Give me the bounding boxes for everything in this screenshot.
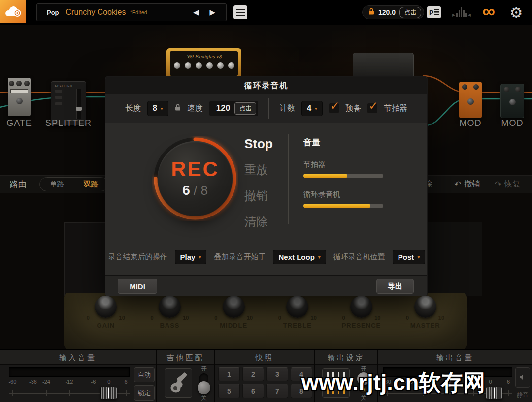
preset-genre-badge: Pop: [47, 9, 59, 16]
guitar-match-toggle[interactable]: 开 关: [197, 366, 211, 401]
footswitch[interactable]: [509, 99, 516, 105]
knob-max: 10: [119, 315, 125, 321]
snapshot-button-5[interactable]: 5: [218, 384, 240, 398]
length-label: 长度: [125, 103, 141, 114]
snapshot-button-2[interactable]: 2: [242, 367, 264, 381]
pedal-mod-2[interactable]: [500, 84, 524, 118]
midi-button[interactable]: MIDI: [118, 279, 157, 294]
volume-slider[interactable]: [303, 174, 383, 178]
board-undo-button[interactable]: ↶撤销: [454, 175, 480, 193]
chevron-down-icon: ▾: [318, 254, 321, 260]
knob-label: BASS: [144, 322, 195, 329]
amp-knob-bass[interactable]: 010BASS: [144, 296, 195, 329]
footswitch[interactable]: [16, 98, 23, 104]
amp-knob-master[interactable]: 010MASTER: [399, 296, 451, 329]
tuner-icon[interactable]: ▶◀: [452, 0, 471, 25]
knob-label: TREBLE: [272, 322, 323, 329]
looper-icon[interactable]: ∞: [477, 0, 500, 25]
preset-bar[interactable]: Pop Crunchy Cookies *Edited ◀ ▶: [36, 3, 227, 21]
looper-transport-item[interactable]: 撤销: [244, 188, 273, 204]
scale-tick-label: -6: [91, 379, 96, 385]
looper-setting-select[interactable]: Next Loop▾: [273, 250, 326, 264]
previous-preset-button[interactable]: ◀: [193, 8, 199, 17]
amp-knob-presence[interactable]: 010PRESENCE: [335, 296, 387, 329]
looper-setting-select[interactable]: Post▾: [393, 250, 426, 264]
looper-transport-item[interactable]: 重放: [244, 162, 273, 178]
count-select[interactable]: 4▾: [301, 101, 323, 116]
guitar-match-button[interactable]: [165, 368, 192, 398]
tempo-display[interactable]: 120.0 点击: [362, 5, 424, 19]
chevron-down-icon: ▾: [417, 254, 420, 260]
looper-setting-label: 叠加录音开始于: [214, 252, 266, 262]
settings-gear-icon[interactable]: ⚙: [505, 0, 527, 25]
amp-knob-middle[interactable]: 010MIDDLE: [208, 296, 259, 329]
knob-min: 0: [150, 315, 153, 321]
amp-head-name: '69 Plexiglas v8: [170, 51, 238, 59]
tick-mark: [69, 390, 70, 396]
amp-head[interactable]: '69 Plexiglas v8: [166, 48, 241, 77]
tempo-field[interactable]: 120 点击: [209, 101, 258, 116]
redo-icon: ↷: [495, 179, 501, 189]
amp-head-knobs: [170, 62, 238, 69]
preset-panel-icon[interactable]: P: [425, 0, 443, 25]
chevron-down-icon: ▾: [199, 254, 201, 260]
cabinet[interactable]: [353, 53, 414, 77]
output-volume-fader[interactable]: [486, 387, 502, 399]
toggle-knob[interactable]: [198, 381, 210, 394]
precount-checkbox[interactable]: ✓: [329, 103, 339, 113]
guitar-match-section: 吉他匹配 开 关: [157, 350, 215, 402]
knob-min: 0: [87, 315, 90, 321]
preset-list-button[interactable]: [233, 5, 247, 19]
cabinet-left: [64, 222, 105, 296]
knob-max: 10: [183, 315, 189, 321]
volume-title: 音量: [303, 137, 391, 148]
section-title: 吉他匹配: [157, 350, 214, 365]
looper-transport-item[interactable]: Stop: [244, 136, 273, 152]
amp-knob-treble[interactable]: 010TREBLE: [272, 296, 323, 329]
rec-label: REC: [171, 159, 219, 180]
snapshot-button-3[interactable]: 3: [266, 367, 288, 381]
looper-setting-value: Play: [180, 253, 196, 261]
pedal-label: MOD: [460, 118, 482, 128]
input-lock-button[interactable]: 锁定: [134, 385, 155, 401]
scale-tick-label: 0: [489, 379, 492, 385]
rec-progress-ring: REC 6 / 8: [152, 136, 238, 221]
snapshot-button-6[interactable]: 6: [242, 384, 264, 398]
tap-tempo-button[interactable]: 点击: [234, 102, 256, 115]
looper-setting-value: Next Loop: [278, 253, 314, 261]
routing-single-option[interactable]: 单路: [50, 180, 65, 189]
export-button[interactable]: 导出: [376, 279, 414, 294]
looper-transport-item[interactable]: 清除: [244, 214, 273, 230]
knob-min: 0: [214, 315, 217, 321]
looper-setting-select[interactable]: Play▾: [175, 250, 207, 264]
next-preset-button[interactable]: ▶: [209, 8, 215, 17]
input-auto-button[interactable]: 自动: [134, 367, 155, 382]
mute-button[interactable]: [515, 367, 530, 388]
snapshot-grid: 12345678: [218, 367, 312, 398]
routing-dual-option[interactable]: 双路: [84, 180, 99, 189]
snapshot-button-7[interactable]: 7: [266, 384, 288, 398]
looper-controls-row: 长度 8▾ 速度 120 点击 计数 4▾ ✓ 预备 ✓ 节拍器: [105, 94, 427, 123]
chevron-down-icon: ▾: [161, 106, 163, 111]
guitar-icon: [168, 371, 189, 395]
tempo-value[interactable]: 120: [216, 103, 230, 113]
pedal-mod-1[interactable]: [459, 82, 482, 118]
board-redo-button[interactable]: ↷恢复: [495, 175, 520, 193]
section-title: 快照: [215, 350, 314, 365]
amp-knob-gain[interactable]: 010GAIN: [80, 296, 132, 329]
preset-name[interactable]: Crunchy Cookies: [66, 8, 126, 17]
snapshot-button-1[interactable]: 1: [218, 367, 240, 381]
tap-tempo-button[interactable]: 点击: [399, 7, 421, 18]
input-volume-slider[interactable]: [9, 393, 130, 394]
looper-setting-label: 录音结束后的操作: [108, 252, 167, 262]
dialog-title: 循环录音机: [105, 77, 427, 94]
rec-button[interactable]: REC 6 / 8: [158, 141, 233, 216]
pedal-gate[interactable]: [8, 78, 31, 116]
volume-slider[interactable]: [303, 204, 383, 208]
routing-switch[interactable]: 单路 双路: [39, 177, 108, 191]
footswitch[interactable]: [467, 98, 474, 105]
lock-icon: [368, 8, 374, 17]
metronome-checkbox[interactable]: ✓: [367, 103, 377, 113]
length-select[interactable]: 8▾: [147, 101, 168, 116]
tonecloud-logo[interactable]: [0, 0, 26, 23]
